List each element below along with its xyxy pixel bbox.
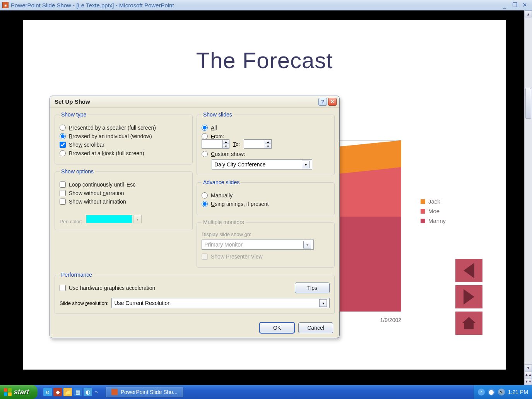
slide-wrap: The Forecast 1/8/2002 1/9/2002	[23, 10, 506, 385]
monitor-value: Primary Monitor	[204, 241, 243, 248]
powerpoint-icon: ■	[2, 2, 9, 8]
triangle-right-icon	[464, 289, 474, 305]
quick-launch-overflow[interactable]: »	[94, 389, 99, 395]
window-title: PowerPoint Slide Show - [Le Texte.pptx] …	[11, 2, 174, 9]
group-legend: Show type	[60, 111, 88, 118]
tray-clock[interactable]: 1:21 PM	[508, 389, 528, 395]
group-show-slides: Show slides All From: ▲▼ To: ▲▼ Custom s…	[197, 111, 335, 175]
app-icon[interactable]: ◐	[84, 388, 92, 396]
minimize-button[interactable]: _	[499, 2, 510, 9]
dialog-titlebar[interactable]: Set Up Show ? ✕	[50, 96, 339, 108]
resolution-combo[interactable]: Use Current Resolution ▾	[111, 298, 330, 308]
windows-logo-icon	[4, 388, 12, 396]
legend-label: Moe	[428, 208, 440, 214]
from-input[interactable]	[202, 139, 223, 149]
chevron-down-icon: ▾	[133, 215, 142, 223]
legend-item: Jack	[421, 198, 446, 205]
chart-legend: Jack Moe Manny	[421, 198, 446, 227]
restore-button[interactable]: ❐	[510, 2, 520, 9]
radio-slides-from[interactable]: From:	[202, 133, 330, 139]
start-button[interactable]: start	[0, 385, 38, 399]
display-on-label: Display slide show on:	[202, 231, 330, 237]
folder-icon[interactable]: 📁	[63, 388, 72, 396]
check-loop[interactable]: Loop continuously until 'Esc'	[60, 182, 188, 188]
pen-color-swatch	[86, 215, 132, 223]
group-legend: Advance slides	[202, 179, 241, 185]
to-spinner[interactable]: ▲▼	[244, 139, 272, 149]
setup-show-dialog: Set Up Show ? ✕ Show type Presented by a…	[50, 96, 340, 338]
chevron-down-icon: ▾	[302, 161, 310, 168]
ie-icon[interactable]: e	[43, 388, 52, 396]
legend-label: Jack	[428, 198, 440, 205]
quick-launch: e ◆ 📁 ▧ ◐ »	[40, 386, 103, 398]
group-advance-slides: Advance slides Manually Using timings, i…	[197, 179, 335, 215]
app-icon[interactable]: ◆	[53, 388, 62, 396]
show-desktop-icon[interactable]: ▧	[74, 388, 82, 396]
group-legend: Multiple monitors	[202, 219, 246, 225]
tray-icon[interactable]: ⬤	[488, 389, 495, 396]
check-no-animation[interactable]: Show without animation	[60, 199, 188, 205]
group-show-options: Show options Loop continuously until 'Es…	[55, 168, 193, 230]
check-hw-accel[interactable]: Use hardware graphics acceleration	[60, 285, 295, 291]
resolution-label: Slide show resolution:	[60, 300, 108, 306]
home-icon	[461, 316, 477, 330]
group-legend: Show slides	[202, 111, 234, 118]
letterbox-left	[0, 10, 23, 385]
prev-slide-button[interactable]: ▲▲	[525, 371, 532, 378]
titlebar: ■ PowerPoint Slide Show - [Le Texte.pptx…	[0, 0, 532, 10]
next-slide-button[interactable]: ▼▼	[525, 378, 532, 385]
radio-advance-timings[interactable]: Using timings, if present	[202, 201, 330, 207]
group-show-type: Show type Presented by a speaker (full s…	[55, 111, 193, 164]
scroll-down-button[interactable]: ▼	[525, 364, 532, 371]
dialog-close-button[interactable]: ✕	[328, 98, 337, 106]
cancel-button[interactable]: Cancel	[298, 322, 333, 333]
dialog-title: Set Up Show	[55, 98, 90, 105]
group-legend: Performance	[60, 272, 94, 278]
to-input[interactable]	[244, 139, 265, 149]
group-legend: Show options	[60, 168, 95, 175]
nav-next-button[interactable]	[455, 285, 482, 308]
dialog-help-button[interactable]: ?	[318, 98, 327, 106]
display-monitor-combo: Primary Monitor ▾	[202, 240, 314, 250]
radio-custom-show[interactable]: Custom show:	[202, 151, 330, 157]
close-window-button[interactable]: ✕	[520, 2, 530, 9]
radio-browsed-kiosk[interactable]: Browsed at a kiosk (full screen)	[60, 150, 188, 156]
letterbox-right	[506, 10, 524, 385]
scroll-thumb[interactable]	[525, 88, 531, 119]
x-label-1: 1/9/2002	[380, 317, 402, 323]
slide-title: The Forecast	[23, 47, 506, 73]
from-spinner[interactable]: ▲▼	[202, 139, 229, 149]
radio-browsed-individual[interactable]: Browsed by an individual (window)	[60, 133, 188, 139]
radio-slides-all[interactable]: All	[202, 125, 330, 131]
nav-home-button[interactable]	[455, 312, 482, 335]
check-no-narration[interactable]: Show without narration	[60, 190, 188, 196]
volume-icon[interactable]: 🔊	[498, 389, 505, 396]
ok-button[interactable]: OK	[260, 322, 294, 333]
start-label: start	[14, 388, 29, 396]
radio-presented-speaker[interactable]: Presented by a speaker (full screen)	[60, 125, 188, 131]
tray-expand-icon[interactable]: ‹	[478, 389, 485, 396]
nav-prev-button[interactable]	[455, 259, 482, 282]
slide-nav-buttons	[455, 259, 482, 335]
custom-show-value: Daly City Conference	[214, 161, 265, 168]
legend-item: Moe	[421, 208, 446, 214]
resolution-value: Use Current Resolution	[114, 300, 171, 306]
pen-color-picker[interactable]: ▾	[86, 215, 142, 223]
svg-marker-3	[462, 317, 476, 329]
scroll-up-button[interactable]: ▲	[525, 10, 532, 17]
tips-button[interactable]: Tips	[295, 283, 330, 293]
vertical-scrollbar[interactable]: ▲ ▼ ▲▲ ▼▼	[524, 10, 532, 385]
check-show-scrollbar[interactable]: Show scrollbar	[60, 142, 188, 148]
system-tray: ‹ ⬤ 🔊 1:21 PM	[474, 385, 532, 399]
to-label: To:	[233, 141, 240, 147]
legend-label: Manny	[428, 217, 446, 224]
pen-color-label: Pen color:	[60, 219, 82, 224]
triangle-left-icon	[464, 263, 474, 278]
taskbar-button-powerpoint[interactable]: PowerPoint Slide Sho...	[106, 387, 183, 397]
legend-item: Manny	[421, 217, 446, 224]
taskbar: start e ◆ 📁 ▧ ◐ » PowerPoint Slide Sho..…	[0, 385, 532, 399]
group-performance: Performance Use hardware graphics accele…	[55, 272, 335, 314]
radio-advance-manual[interactable]: Manually	[202, 192, 330, 199]
check-presenter-view: Show Presenter View	[202, 253, 330, 260]
custom-show-combo[interactable]: Daly City Conference ▾	[212, 159, 312, 170]
